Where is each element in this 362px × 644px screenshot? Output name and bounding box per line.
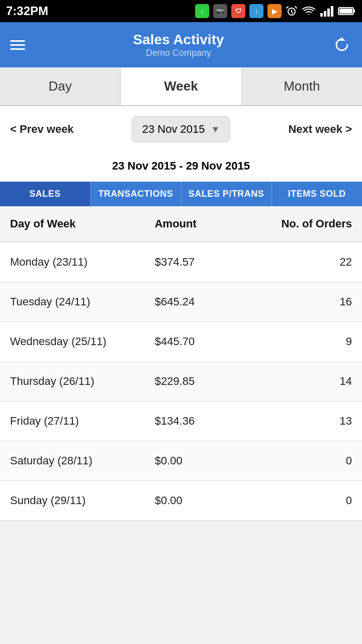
cell-day: Wednesday (25/11) xyxy=(10,335,155,348)
week-navigation: < Prev week 23 Nov 2015 ▼ Next week > xyxy=(0,106,362,152)
tab-day[interactable]: Day xyxy=(0,67,121,105)
svg-rect-6 xyxy=(353,10,355,13)
cat-tab-sales[interactable]: SALES xyxy=(0,182,90,206)
cell-amount: $445.70 xyxy=(155,335,253,348)
cell-day: Sunday (29/11) xyxy=(10,494,155,507)
cell-orders: 0 xyxy=(253,494,352,507)
date-range-label: 23 Nov 2015 - 29 Nov 2015 xyxy=(0,152,362,182)
col-header-day: Day of Week xyxy=(10,217,155,230)
cell-orders: 0 xyxy=(253,454,352,467)
table-row: Thursday (26/11) $229.85 14 xyxy=(0,362,362,401)
menu-button[interactable] xyxy=(10,40,25,50)
cell-orders: 14 xyxy=(253,375,352,388)
table-row: Saturday (28/11) $0.00 0 xyxy=(0,441,362,481)
svg-rect-2 xyxy=(324,11,326,17)
table-row: Friday (27/11) $134.36 13 xyxy=(0,401,362,441)
tab-month[interactable]: Month xyxy=(242,67,362,105)
svg-rect-3 xyxy=(327,9,330,17)
cell-day: Friday (27/11) xyxy=(10,415,155,428)
alarm-icon xyxy=(286,5,298,17)
table-row: Tuesday (24/11) $645.24 16 xyxy=(0,282,362,322)
cell-day: Saturday (28/11) xyxy=(10,454,155,467)
col-header-amount: Amount xyxy=(155,217,253,230)
table-row: Wednesday (25/11) $445.70 9 xyxy=(0,322,362,362)
dropdown-arrow-icon: ▼ xyxy=(211,124,220,135)
menu-line1 xyxy=(10,40,25,42)
cell-orders: 13 xyxy=(253,415,352,428)
cat-tab-transactions[interactable]: TRANSACTIONS xyxy=(90,182,181,206)
category-tabs: SALES TRANSACTIONS SALES P/TRANS ITEMS S… xyxy=(0,182,362,206)
wifi-icon xyxy=(302,5,316,17)
status-bar-left: 7:32PM xyxy=(6,4,48,18)
cell-amount: $0.00 xyxy=(155,454,253,467)
status-icon-orange: ▶ xyxy=(267,4,282,18)
table-header: Day of Week Amount No. of Orders xyxy=(0,206,362,243)
status-icon-red: 🛡 xyxy=(231,4,245,18)
date-selector[interactable]: 23 Nov 2015 ▼ xyxy=(132,116,231,142)
cell-amount: $134.36 xyxy=(155,415,253,428)
cell-day: Thursday (26/11) xyxy=(10,375,155,388)
tab-week[interactable]: Week xyxy=(121,67,241,105)
status-time: 7:32PM xyxy=(6,4,48,18)
cat-tab-sales-per-trans[interactable]: SALES P/TRANS xyxy=(182,182,272,206)
cell-amount: $374.57 xyxy=(155,256,253,269)
cell-orders: 22 xyxy=(253,256,352,269)
status-bar: 7:32PM ↓ 📷 🛡 ↑ ▶ xyxy=(0,0,362,22)
cell-day: Tuesday (24/11) xyxy=(10,295,155,308)
table-row: Sunday (29/11) $0.00 0 xyxy=(0,481,362,521)
status-icon-blue: ↑ xyxy=(249,4,263,18)
col-header-orders: No. of Orders xyxy=(253,217,352,230)
header-title-area: Sales Activity Demo Company xyxy=(133,32,224,58)
menu-line3 xyxy=(10,48,25,50)
svg-rect-7 xyxy=(339,9,352,14)
cell-amount: $229.85 xyxy=(155,375,253,388)
status-bar-right: ↓ 📷 🛡 ↑ ▶ xyxy=(195,4,356,18)
next-week-button[interactable]: Next week > xyxy=(288,123,352,136)
cell-orders: 9 xyxy=(253,335,352,348)
svg-rect-1 xyxy=(320,13,323,17)
cell-amount: $645.24 xyxy=(155,295,253,308)
header-title: Sales Activity xyxy=(133,32,224,48)
tab-bar: Day Week Month xyxy=(0,67,362,106)
cat-tab-items-sold[interactable]: ITEMS SOLD xyxy=(272,182,362,206)
header-subtitle: Demo Company xyxy=(133,48,224,58)
refresh-button[interactable] xyxy=(332,35,352,55)
svg-rect-4 xyxy=(331,6,333,17)
status-icon-green: ↓ xyxy=(195,4,209,18)
cell-day: Monday (23/11) xyxy=(10,256,155,269)
cell-orders: 16 xyxy=(253,295,352,308)
menu-line2 xyxy=(10,44,25,46)
battery-icon xyxy=(338,6,356,16)
status-icon-gray1: 📷 xyxy=(213,4,227,18)
app-header: Sales Activity Demo Company xyxy=(0,22,362,67)
selected-date-label: 23 Nov 2015 xyxy=(142,123,205,136)
signal-icon xyxy=(320,5,334,17)
table-row: Monday (23/11) $374.57 22 xyxy=(0,243,362,282)
prev-week-button[interactable]: < Prev week xyxy=(10,123,74,136)
cell-amount: $0.00 xyxy=(155,494,253,507)
table-body: Monday (23/11) $374.57 22 Tuesday (24/11… xyxy=(0,243,362,521)
